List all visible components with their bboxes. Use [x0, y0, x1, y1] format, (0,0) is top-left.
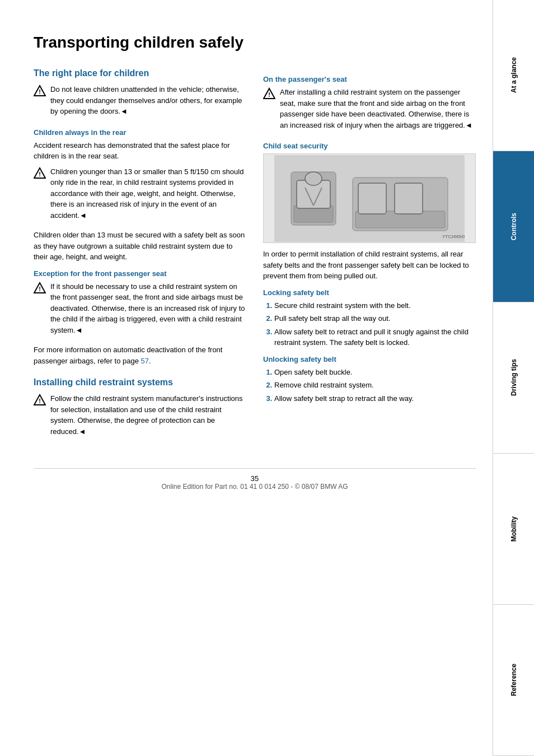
child-seat-security-text: In order to permit installation of child… [263, 249, 476, 282]
sidebar-tab-mobility[interactable]: Mobility [493, 454, 534, 605]
subsection-child-seat-security: Child seat security [263, 142, 476, 150]
page-footer: 35 Online Edition for Part no. 01 41 0 0… [34, 468, 476, 491]
image-placeholder: YTC2665/04 [264, 154, 475, 242]
warning-icon-3: ! [34, 282, 46, 294]
exception-warning-text: If it should be necessary to use a child… [50, 281, 246, 336]
unlocking-steps-list: Open safety belt buckle. Remove child re… [274, 367, 476, 404]
section-right-place: The right place for children [34, 68, 246, 78]
sidebar-tab-mobility-label: Mobility [510, 516, 518, 542]
svg-rect-19 [358, 183, 386, 214]
sidebar-tab-driving-tips[interactable]: Driving tips [493, 302, 534, 454]
unlocking-step-2: Remove child restraint system. [274, 380, 476, 391]
warning-text-1: Do not leave children unattended in the … [50, 84, 246, 117]
children-older-text: Children older than 13 must be secured w… [34, 230, 246, 263]
sidebar-tab-at-a-glance[interactable]: At a glance [493, 0, 534, 151]
subsection-children-rear: Children always in the rear [34, 128, 246, 137]
sidebar-tab-reference-label: Reference [510, 664, 518, 696]
left-column: The right place for children ! Do not le… [34, 68, 246, 446]
svg-point-14 [305, 172, 322, 185]
unlocking-step-3: Allow safety belt strap to retract all t… [274, 393, 476, 404]
warning-icon-4: ! [34, 394, 46, 406]
subsection-unlocking-belt: Unlocking safety belt [263, 355, 476, 363]
locking-step-3: Allow safety belt to retract and pull it… [274, 326, 476, 348]
warning-icon-1: ! [34, 85, 46, 97]
subsection-passenger-seat: On the passenger's seat [263, 75, 476, 83]
locking-step-2: Pull safety belt strap all the way out. [274, 313, 476, 324]
subsection-locking-belt: Locking safety belt [263, 288, 476, 297]
page-number: 35 [34, 474, 476, 483]
sidebar-tab-driving-tips-label: Driving tips [510, 359, 518, 396]
warning-text-2: Children younger than 13 or smaller than… [50, 166, 246, 221]
unlocking-step-1: Open safety belt buckle. [274, 367, 476, 378]
subsection-exception: Exception for the front passenger seat [34, 269, 246, 278]
section-installing: Installing child restraint systems [34, 377, 246, 388]
footer-text: Online Edition for Part no. 01 41 0 014 … [34, 483, 476, 491]
svg-text:!: ! [39, 88, 41, 95]
sidebar-tab-reference[interactable]: Reference [493, 605, 534, 756]
svg-rect-20 [395, 183, 423, 214]
locking-steps-list: Secure child restraint system with the b… [274, 300, 476, 348]
sidebar-tab-at-a-glance-label: At a glance [510, 57, 518, 93]
svg-text:!: ! [39, 171, 41, 178]
warning-block-4: ! Follow the child restraint system manu… [34, 393, 246, 441]
child-seat-image: YTC2665/04 [263, 153, 476, 243]
warning-block-3: ! If it should be necessary to use a chi… [34, 281, 246, 340]
svg-text:!: ! [268, 91, 270, 98]
exception-extra-text: For more information on automatic deacti… [34, 344, 246, 366]
right-column: On the passenger's seat ! After installi… [263, 68, 476, 446]
sidebar-tab-controls-label: Controls [510, 213, 518, 240]
svg-text:YTC2665/04: YTC2665/04 [442, 234, 465, 239]
svg-text:!: ! [39, 286, 41, 292]
page-title: Transporting children safely [34, 34, 476, 52]
page-link-57[interactable]: 57 [141, 357, 149, 365]
children-rear-text: Accident research has demonstrated that … [34, 140, 246, 162]
passenger-seat-warning: After installing a child restraint syste… [280, 87, 476, 130]
right-sidebar: At a glance Controls Driving tips Mobili… [493, 0, 534, 756]
warning-block-1: ! Do not leave children unattended in th… [34, 84, 246, 122]
warning-block-passenger: ! After installing a child restraint sys… [263, 87, 476, 135]
warning-icon-2: ! [34, 167, 46, 179]
installing-warning-text: Follow the child restraint system manufa… [50, 393, 246, 437]
locking-step-1: Secure child restraint system with the b… [274, 300, 476, 311]
warning-block-2: ! Children younger than 13 or smaller th… [34, 166, 246, 226]
svg-text:!: ! [39, 398, 41, 404]
sidebar-tab-controls[interactable]: Controls [493, 151, 534, 302]
warning-icon-passenger: ! [263, 87, 275, 100]
